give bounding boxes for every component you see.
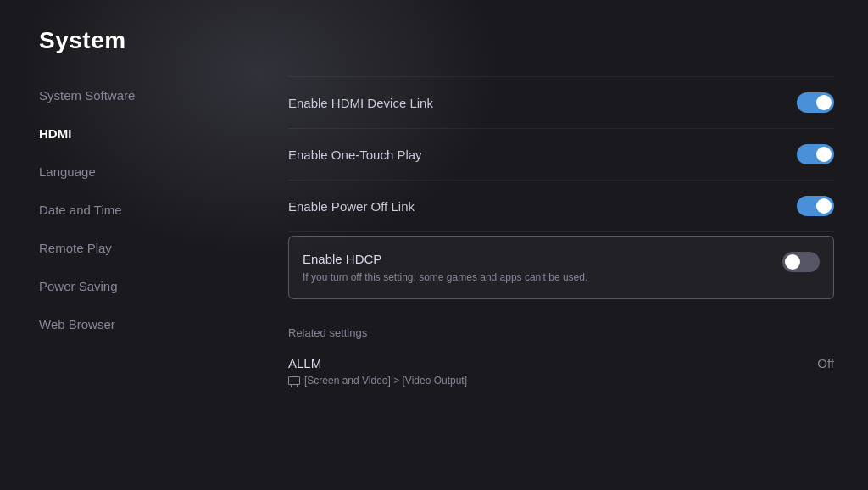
hdcp-subtitle: If you turn off this setting, some games… [303,271,782,283]
one-touch-play-knob [816,147,832,162]
power-off-link-row: Enable Power Off Link [288,181,834,232]
page-title: System [39,27,126,54]
power-off-link-knob [816,198,832,214]
sidebar-item-date-and-time[interactable]: Date and Time [39,191,242,229]
one-touch-play-row: Enable One-Touch Play [288,129,834,181]
one-touch-play-toggle[interactable] [797,144,834,164]
allm-row[interactable]: ALLM [Screen and Video] > [Video Output]… [288,346,834,397]
allm-path-text: [Screen and Video] > [Video Output] [304,375,467,387]
sidebar-item-hdmi[interactable]: HDMI [39,114,242,153]
related-settings-label: Related settings [288,326,834,339]
hdmi-device-link-label: Enable HDMI Device Link [288,96,433,110]
power-off-link-label: Enable Power Off Link [288,199,415,214]
sidebar-item-language[interactable]: Language [39,153,242,191]
sidebar: System Software HDMI Language Date and T… [39,76,242,343]
hdcp-row[interactable]: Enable HDCP If you turn off this setting… [288,236,834,299]
content-area: Enable HDMI Device Link Enable One-Touch… [288,76,834,397]
hdcp-title: Enable HDCP [303,252,782,266]
hdmi-device-link-toggle[interactable] [797,92,834,113]
sidebar-item-web-browser[interactable]: Web Browser [39,305,242,343]
hdcp-knob [785,254,800,270]
sidebar-item-remote-play[interactable]: Remote Play [39,229,242,267]
allm-path: [Screen and Video] > [Video Output] [288,375,467,387]
allm-content: ALLM [Screen and Video] > [Video Output] [288,356,467,387]
allm-value: Off [817,356,834,370]
hdcp-toggle[interactable] [782,252,820,272]
hdcp-content: Enable HDCP If you turn off this setting… [303,252,782,283]
monitor-icon [288,376,300,385]
allm-title: ALLM [288,356,467,370]
power-off-link-toggle[interactable] [797,196,834,216]
hdmi-device-link-row: Enable HDMI Device Link [288,76,834,129]
one-touch-play-label: Enable One-Touch Play [288,148,422,162]
hdmi-device-link-knob [816,95,832,110]
sidebar-item-system-software[interactable]: System Software [39,76,242,114]
sidebar-item-power-saving[interactable]: Power Saving [39,267,242,305]
